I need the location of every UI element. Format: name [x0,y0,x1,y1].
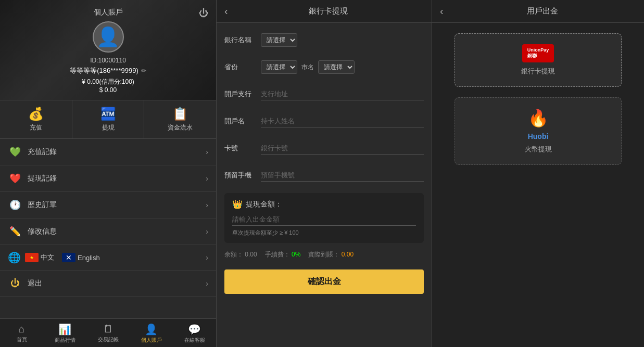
middle-panel: ‹ 銀行卡提現 銀行名稱 請選擇 省份 請選擇 市名 請選擇 開戶支行 [216,0,432,347]
arrow-icon: › [206,201,208,209]
huobi-option[interactable]: 🔥 Huobi 火幣提現 [454,97,621,165]
menu-item-order-history[interactable]: 🕐 歷史訂單 › [0,192,216,219]
language-section[interactable]: 🌐 ★ 中文 English › [0,245,216,271]
menu-item-deposit-record[interactable]: 💚 充值記錄 › [0,139,216,165]
branch-input[interactable] [261,88,424,100]
flow-button[interactable]: 📋 資金流水 [144,100,216,138]
deposit-record-label: 充值記錄 [28,147,206,157]
globe-icon: 🌐 [8,251,21,264]
avatar: 👤 [93,21,124,53]
profile-title: 個人賬戶 [5,8,211,17]
bank-card-option[interactable]: UnionPay銀聯 銀行卡提現 [454,33,621,87]
amount-section: 👑 提現金額： 單次提現金額至少 ≥ ¥ 100 [224,193,424,243]
actual-value: 0.00 [342,251,353,258]
home-icon: ⌂ [0,323,43,335]
flow-icon: 📋 [147,107,213,121]
huobi-brand-label: Huobi [528,132,549,140]
middle-title: 銀行卡提現 [233,6,424,16]
bank-name-select[interactable]: 請選擇 [261,33,297,47]
action-buttons: 💰 充值 🏧 提現 📋 資金流水 [0,100,216,139]
order-history-icon: 🕐 [8,199,22,211]
nav-trades[interactable]: 🗒 交易記帳 [86,322,130,345]
arrow-icon: › [206,279,208,288]
fee-row: 余額： 0.00 手續費： 0% 實際到賬： 0.00 [224,250,424,259]
balance-cny: ¥ 0.00(信用分:100) [5,78,211,86]
service-label: 在線客服 [173,337,216,344]
card-number-row: 卡號 [224,139,424,158]
province-city-row: 省份 請選擇 市名 請選擇 [224,58,424,76]
withdraw-record-icon: ❤️ [8,173,22,184]
card-number-input[interactable] [261,142,424,155]
phone-row: 預留手機 [224,166,424,185]
user-id: ID:10000110 [5,57,211,64]
branch-row: 開戶支行 [224,85,424,104]
city-select[interactable]: 請選擇 [318,60,355,74]
balance-label: 余額： 0.00 [224,250,257,259]
withdraw-icon: 🏧 [75,107,142,121]
middle-header: ‹ 銀行卡提現 [217,0,432,23]
lang-en[interactable]: English [62,253,100,262]
bank-withdraw-form: 銀行名稱 請選擇 省份 請選擇 市名 請選擇 開戶支行 開戶名 [217,23,432,347]
profile-header: 個人賬戶 👤 ⏻ ID:10000110 等等等等(186****9999) ✏… [0,0,216,100]
account-name-row: 開戶名 [224,112,424,131]
edit-icon[interactable]: ✏ [141,67,146,74]
min-amount-note: 單次提現金額至少 ≥ ¥ 100 [232,229,416,237]
arrow-icon: › [206,227,208,236]
zh-label: 中文 [41,253,54,262]
unionpay-text: UnionPay銀聯 [527,47,549,59]
deposit-label: 充值 [3,123,69,132]
withdraw-button[interactable]: 🏧 提現 [72,100,145,138]
menu-item-withdraw-record[interactable]: ❤️ 提現記錄 › [0,165,216,192]
deposit-record-icon: 💚 [8,146,22,158]
arrow-icon: › [206,253,208,262]
user-name: 等等等等(186****9999) ✏ [5,66,211,75]
order-history-label: 歷史訂單 [28,200,206,210]
menu-list: 💚 充值記錄 › ❤️ 提現記錄 › 🕐 歷史訂單 › ✏️ 修改信息 › 🌐 … [0,139,216,318]
nav-service[interactable]: 💬 在線客服 [173,322,216,345]
confirm-button[interactable]: 確認出金 [224,269,424,294]
nav-market[interactable]: 📊 商品行情 [43,322,86,345]
province-select[interactable]: 請選擇 [261,60,297,74]
edit-info-icon: ✏️ [8,226,22,237]
power-icon[interactable]: ⏻ [199,8,208,19]
nav-account[interactable]: 👤 個人賬戶 [130,322,173,345]
phone-input[interactable] [261,169,424,182]
fee-label: 手續費： 0% [265,250,301,259]
huobi-label: 火幣提現 [525,145,552,154]
avatar-icon: 👤 [96,26,120,48]
fee-value: 0% [292,251,300,258]
amount-input[interactable] [232,213,416,226]
bottom-nav: ⌂ 首頁 📊 商品行情 🗒 交易記帳 👤 個人賬戶 💬 在線客服 [0,318,216,347]
lang-zh[interactable]: ★ 中文 [25,253,54,262]
branch-label: 開戶支行 [224,89,261,99]
right-back-button[interactable]: ‹ [440,5,444,17]
huobi-flame-icon: 🔥 [528,108,549,128]
account-name-label: 開戶名 [224,117,261,126]
amount-label-text: 提現金額： [246,200,282,209]
nav-home[interactable]: ⌂ 首頁 [0,322,43,345]
middle-back-button[interactable]: ‹ [224,5,228,17]
en-label: English [78,254,100,262]
menu-item-logout[interactable]: ⏻ 退出 › [0,271,216,297]
market-label: 商品行情 [43,337,86,344]
edit-info-label: 修改信息 [28,227,206,236]
amount-label-row: 👑 提現金額： [232,199,416,209]
account-label: 個人賬戶 [130,337,173,344]
city-label: 市名 [301,63,314,72]
phone-label: 預留手機 [224,171,261,180]
card-number-label: 卡號 [224,144,261,153]
account-name-input[interactable] [261,115,424,127]
trades-label: 交易記帳 [86,336,130,343]
deposit-button[interactable]: 💰 充值 [0,100,72,138]
province-label: 省份 [224,62,261,72]
arrow-icon: › [206,174,208,183]
bank-name-row: 銀行名稱 請選擇 [224,31,424,49]
withdraw-record-label: 提現記錄 [28,174,206,183]
left-panel: 個人賬戶 👤 ⏻ ID:10000110 等等等等(186****9999) ✏… [0,0,216,347]
menu-item-edit-info[interactable]: ✏️ 修改信息 › [0,219,216,245]
unionpay-logo: UnionPay銀聯 [522,44,554,62]
crown-icon: 👑 [232,199,243,209]
account-icon: 👤 [130,323,173,336]
arrow-icon: › [206,148,208,156]
right-body: UnionPay銀聯 銀行卡提現 🔥 Huobi 火幣提現 [432,23,644,347]
